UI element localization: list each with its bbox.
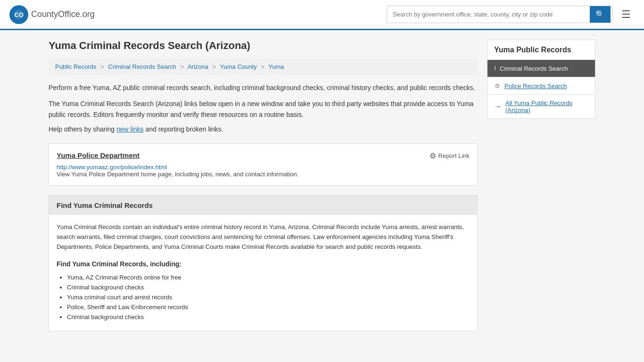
intro-text-2: The Yuma Criminal Records Search (Arizon… bbox=[49, 99, 478, 120]
find-section-body-text: Yuma Criminal Records contain an individ… bbox=[57, 222, 470, 252]
header-right: 🔍 ☰ bbox=[387, 5, 635, 25]
new-links-link[interactable]: new links bbox=[116, 125, 144, 133]
breadcrumb-criminal-records-search[interactable]: Criminal Records Search bbox=[108, 63, 176, 70]
sidebar-item-criminal-records[interactable]: ! Criminal Records Search bbox=[487, 60, 595, 77]
sidebar-item-label-all: All Yuma Public Records (Arizona) bbox=[505, 99, 588, 114]
report-icon: ⚙ bbox=[429, 151, 436, 160]
logo-icon: CO bbox=[9, 5, 28, 24]
link-card-url[interactable]: http://www.yumaaz.gov/police/index.html bbox=[57, 164, 167, 171]
content-area: Yuma Criminal Records Search (Arizona) P… bbox=[49, 40, 478, 331]
link-card-desc: View Yuma Police Department home page, i… bbox=[57, 171, 470, 178]
list-item: Criminal background checks bbox=[67, 313, 470, 321]
find-section-header: Find Yuma Criminal Records bbox=[49, 196, 477, 215]
search-bar: 🔍 bbox=[387, 6, 613, 23]
link-card-title[interactable]: Yuma Police Department bbox=[57, 151, 140, 159]
svg-text:CO: CO bbox=[14, 11, 24, 18]
sidebar-item-all-records[interactable]: → All Yuma Public Records (Arizona) bbox=[487, 95, 595, 119]
list-item: Police, Sheriff and Law Enforcement reco… bbox=[67, 304, 470, 311]
gear-icon: ⛭ bbox=[494, 82, 501, 90]
breadcrumb-public-records[interactable]: Public Records bbox=[55, 63, 96, 70]
find-section-body: Yuma Criminal Records contain an individ… bbox=[49, 215, 477, 331]
breadcrumb-sep-4: > bbox=[261, 63, 264, 70]
breadcrumb-sep-3: > bbox=[213, 63, 216, 70]
report-label: Report Link bbox=[438, 152, 470, 159]
report-link[interactable]: ⚙ Report Link bbox=[429, 151, 470, 160]
breadcrumb-arizona[interactable]: Arizona bbox=[188, 63, 208, 70]
sidebar-item-label-police: Police Records Search bbox=[504, 82, 567, 90]
site-header: CO CountyOffice.org 🔍 ☰ bbox=[0, 0, 644, 30]
arrow-icon: → bbox=[494, 102, 502, 111]
breadcrumb-yuma-county[interactable]: Yuma County bbox=[220, 63, 257, 70]
intro-text-1: Perform a free Yuma, AZ public criminal … bbox=[49, 82, 478, 93]
sidebar-title: Yuma Public Records bbox=[487, 40, 595, 60]
breadcrumb-yuma[interactable]: Yuma bbox=[268, 63, 284, 70]
link-card: Yuma Police Department ⚙ Report Link htt… bbox=[49, 143, 478, 186]
page-title: Yuma Criminal Records Search (Arizona) bbox=[49, 40, 478, 52]
list-item: Yuma criminal court and arrest records bbox=[67, 294, 470, 301]
logo: CO CountyOffice.org bbox=[9, 5, 95, 24]
logo-text: CountyOffice.org bbox=[31, 9, 95, 19]
find-section-list: Yuma, AZ Criminal Records online for fre… bbox=[57, 274, 470, 321]
link-card-header: Yuma Police Department ⚙ Report Link bbox=[57, 151, 470, 160]
list-item: Criminal background checks bbox=[67, 284, 470, 291]
exclamation-icon: ! bbox=[494, 65, 496, 72]
sidebar: Yuma Public Records ! Criminal Records S… bbox=[487, 40, 595, 331]
main-container: Yuma Criminal Records Search (Arizona) P… bbox=[39, 30, 605, 341]
breadcrumb-sep-2: > bbox=[180, 63, 184, 70]
share-links: Help others by sharing new links and rep… bbox=[49, 125, 478, 133]
find-section: Find Yuma Criminal Records Yuma Criminal… bbox=[49, 195, 478, 331]
sidebar-item-label-criminal: Criminal Records Search bbox=[500, 65, 568, 72]
search-input[interactable] bbox=[387, 7, 590, 22]
breadcrumb: Public Records > Criminal Records Search… bbox=[49, 58, 478, 75]
find-section-subheading: Find Yuma Criminal Records, including: bbox=[57, 259, 470, 269]
sidebar-item-police-records[interactable]: ⛭ Police Records Search bbox=[487, 77, 595, 95]
search-button[interactable]: 🔍 bbox=[590, 6, 611, 23]
breadcrumb-sep-1: > bbox=[100, 63, 104, 70]
menu-icon[interactable]: ☰ bbox=[618, 5, 635, 25]
list-item: Yuma, AZ Criminal Records online for fre… bbox=[67, 274, 470, 281]
